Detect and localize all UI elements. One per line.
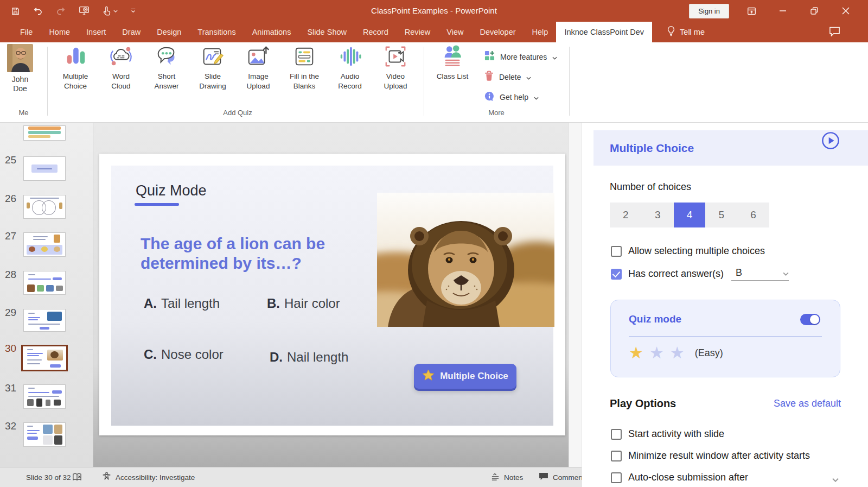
minimize-icon[interactable] <box>767 0 799 22</box>
tab-design[interactable]: Design <box>149 22 189 42</box>
star-empty-icon[interactable]: ★ <box>670 345 685 361</box>
tab-animations[interactable]: Animations <box>244 22 299 42</box>
choice-count-5[interactable]: 5 <box>705 203 737 227</box>
choice-count-3[interactable]: 3 <box>642 203 674 227</box>
ribbon-button-multiple-choice[interactable]: MultipleChoice <box>53 44 98 91</box>
group-label-more: More <box>424 109 569 117</box>
start-activity-checkbox[interactable] <box>611 429 622 440</box>
choice-count-4-selected[interactable]: 4 <box>674 203 706 227</box>
info-help-icon <box>484 91 494 103</box>
comments-button[interactable]: Comments <box>539 467 588 487</box>
get-help-button[interactable]: Get help <box>484 87 557 107</box>
correct-answer-select[interactable]: B <box>731 267 789 281</box>
powerpoint-window: ClassPoint Examples - PowerPoint Sign in… <box>0 0 868 487</box>
ribbon-button-image-upload[interactable]: ImageUpload <box>235 44 281 91</box>
ribbon-button-short-answer[interactable]: ShortAnswer <box>144 44 189 91</box>
thumbnail-number: 29 <box>5 307 16 319</box>
video-upload-icon <box>383 44 408 69</box>
ribbon-tab-row: File Home Insert Draw Design Transitions… <box>0 22 868 42</box>
star-empty-icon[interactable]: ★ <box>649 345 664 361</box>
multiple-choice-slide-button[interactable]: Multiple Choice <box>414 364 516 389</box>
thumbnail-slide-24-partial[interactable] <box>23 125 66 141</box>
tell-me[interactable]: Tell me <box>667 22 705 42</box>
thumbnail-number: 27 <box>5 230 16 242</box>
tab-file[interactable]: File <box>12 22 41 42</box>
allow-multiple-checkbox[interactable] <box>611 246 622 257</box>
quiz-mode-label: Quiz mode <box>629 313 681 325</box>
tab-inknoe-classpoint-dev[interactable]: Inknoe ClassPoint Dev <box>556 22 652 42</box>
thumbnail-slide-30-selected[interactable] <box>21 345 68 371</box>
slide-counter: Slide 30 of 32 <box>26 467 71 487</box>
card-divider <box>629 336 822 337</box>
group-divider <box>424 47 424 116</box>
tab-view[interactable]: View <box>438 22 471 42</box>
slide-quiz-mode-label: Quiz Mode <box>136 182 207 199</box>
ribbon-button-video-upload[interactable]: VideoUpload <box>373 44 418 91</box>
tab-help[interactable]: Help <box>524 22 557 42</box>
thumbnail-slide-31[interactable] <box>23 384 66 409</box>
group-label-add-quiz: Add Quiz <box>52 109 424 117</box>
group-divider <box>569 47 570 116</box>
difficulty-stars: ★ ★ ★ (Easy) <box>629 345 723 361</box>
notes-button[interactable]: Notes <box>491 467 523 487</box>
tab-slide-show[interactable]: Slide Show <box>299 22 355 42</box>
save-as-default-link[interactable]: Save as default <box>774 398 841 409</box>
thumbnail-slide-29[interactable] <box>23 309 66 332</box>
ribbon-button-audio-record[interactable]: AudioRecord <box>327 44 373 91</box>
tab-review[interactable]: Review <box>397 22 439 42</box>
ribbon-display-options-icon[interactable] <box>736 0 767 22</box>
choice-count-2[interactable]: 2 <box>610 203 642 227</box>
ribbon-button-class-list[interactable]: Class List <box>430 44 475 81</box>
thumbnail-slide-28[interactable] <box>23 271 66 295</box>
group-label-me: Me <box>0 109 47 117</box>
thumbnail-slide-27[interactable] <box>23 232 66 257</box>
more-group-column: More features Delete Get help <box>484 47 557 107</box>
tab-insert[interactable]: Insert <box>78 22 114 42</box>
minimize-result-row: Minimize result window after activity st… <box>611 450 810 461</box>
close-icon[interactable] <box>830 0 861 22</box>
spell-check-icon[interactable] <box>72 467 82 487</box>
more-features-button[interactable]: More features <box>484 47 557 67</box>
play-activity-button[interactable] <box>821 131 840 152</box>
allow-multiple-choices-row: Allow selecting multiple choices <box>611 245 765 257</box>
choice-count-6[interactable]: 6 <box>737 203 769 227</box>
accessibility-icon <box>102 472 111 483</box>
tab-record[interactable]: Record <box>355 22 397 42</box>
ribbon-button-word-cloud[interactable]: WordCloud <box>98 44 144 91</box>
thumbnail-slide-25[interactable] <box>23 156 66 181</box>
tab-transitions[interactable]: Transitions <box>189 22 244 42</box>
accessibility-status[interactable]: Accessibility: Investigate <box>102 467 195 487</box>
ribbon: JohnDoe Me MultipleChoice WordCloud Shor… <box>0 42 868 123</box>
option-c: C.Nose color <box>144 347 224 362</box>
ribbon-button-fill-in-the-blanks[interactable]: Fill in theBlanks <box>282 44 327 91</box>
star-icon <box>422 369 435 384</box>
tab-draw[interactable]: Draw <box>114 22 149 42</box>
has-correct-checkbox[interactable] <box>611 269 622 280</box>
auto-close-checkbox[interactable] <box>611 472 622 483</box>
classpoint-settings-panel: Multiple Choice Number of choices 2 3 4 … <box>582 123 868 487</box>
auto-close-duration-select[interactable] <box>832 475 839 484</box>
notes-icon <box>491 473 500 482</box>
window-controls <box>736 0 861 22</box>
thumbnail-number: 31 <box>5 382 16 394</box>
quiz-mode-toggle[interactable] <box>800 314 820 325</box>
slide-drawing-icon <box>200 44 225 69</box>
tab-developer[interactable]: Developer <box>471 22 524 42</box>
editor-scrollbar[interactable] <box>569 123 582 467</box>
delete-button[interactable]: Delete <box>484 67 557 87</box>
thumbnail-slide-32[interactable] <box>23 422 66 447</box>
option-a: A.Tail length <box>144 296 220 311</box>
minimize-result-checkbox[interactable] <box>611 451 622 461</box>
ribbon-button-slide-drawing[interactable]: SlideDrawing <box>190 44 235 91</box>
chevron-down-icon <box>552 52 557 62</box>
avatar[interactable] <box>7 44 33 72</box>
thumbnail-slide-26[interactable] <box>23 195 66 219</box>
slide-canvas[interactable]: Quiz Mode The age of a lion can bedeterm… <box>99 154 565 435</box>
star-filled-icon[interactable]: ★ <box>629 345 643 361</box>
tab-home[interactable]: Home <box>41 22 78 42</box>
sign-in-button[interactable]: Sign in <box>689 4 729 18</box>
restore-icon[interactable] <box>799 0 830 22</box>
more-features-icon <box>484 50 495 63</box>
number-of-choices-label: Number of choices <box>610 181 691 193</box>
comments-pane-icon[interactable] <box>829 26 840 39</box>
